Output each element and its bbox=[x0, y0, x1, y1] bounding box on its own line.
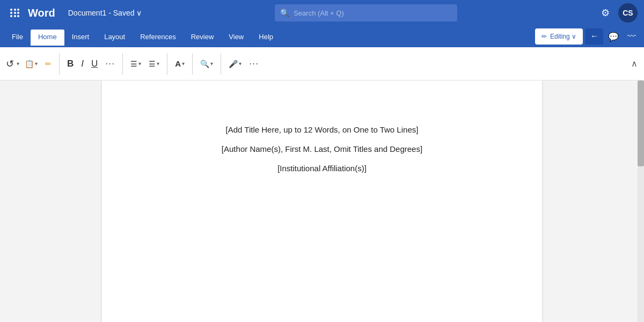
extra-button[interactable]: ··· bbox=[246, 54, 262, 74]
document-line-3[interactable]: [Institutional Affiliation(s)] bbox=[277, 162, 367, 175]
editing-button[interactable]: ✏ Editing ∨ bbox=[535, 28, 583, 45]
align-button[interactable]: ☰ ▾ bbox=[145, 54, 163, 74]
format-painter-icon: ✏ bbox=[45, 60, 52, 68]
share-button[interactable]: ↑ bbox=[585, 28, 603, 45]
more-formatting-button[interactable]: ··· bbox=[102, 54, 118, 74]
bold-icon: B bbox=[67, 58, 74, 69]
search-input[interactable] bbox=[294, 9, 452, 17]
activity-button[interactable]: 〰 bbox=[624, 28, 640, 45]
undo-dropdown-button[interactable]: ▾ bbox=[16, 54, 20, 74]
grid-icon bbox=[10, 9, 20, 17]
clipboard-icon: 📋 bbox=[25, 60, 34, 68]
bullet-list-button[interactable]: ☰ ▾ bbox=[127, 54, 144, 74]
menu-item-file[interactable]: File bbox=[4, 30, 31, 44]
menu-item-references[interactable]: References bbox=[133, 30, 183, 44]
menu-item-view[interactable]: View bbox=[221, 30, 251, 44]
microphone-icon: 🎤 bbox=[229, 60, 238, 68]
underline-button[interactable]: U bbox=[88, 54, 101, 74]
activity-icon: 〰 bbox=[627, 32, 636, 41]
document-area: [Add Title Here, up to 12 Words, on One … bbox=[0, 80, 644, 322]
ribbon-separator-3 bbox=[167, 53, 167, 75]
ribbon-separator-5 bbox=[221, 53, 221, 75]
settings-button[interactable]: ⚙ bbox=[597, 4, 614, 21]
collapse-icon: ∧ bbox=[631, 59, 638, 68]
document-line-1[interactable]: [Add Title Here, up to 12 Words, on One … bbox=[226, 123, 419, 136]
ribbon-end: ∧ bbox=[629, 56, 640, 71]
document-line-2[interactable]: [Author Name(s), First M. Last, Omit Tit… bbox=[222, 143, 422, 156]
find-button[interactable]: 🔍 ▾ bbox=[197, 54, 216, 74]
share-icon: ↑ bbox=[589, 34, 599, 39]
document-title[interactable]: Document1 - Saved ∨ bbox=[68, 9, 142, 17]
undo-button[interactable]: ↺ bbox=[4, 54, 16, 74]
ribbon-separator-4 bbox=[192, 53, 193, 75]
grid-icon-button[interactable] bbox=[6, 4, 24, 21]
underline-icon: U bbox=[91, 58, 98, 69]
menu-item-layout[interactable]: Layout bbox=[97, 30, 133, 44]
search-icon: 🔍 bbox=[280, 9, 289, 17]
find-dropdown-icon: ▾ bbox=[210, 61, 213, 67]
align-dropdown-icon: ▾ bbox=[157, 61, 159, 67]
undo-group: ↺ ▾ bbox=[4, 54, 20, 74]
menu-item-help[interactable]: Help bbox=[251, 30, 281, 44]
format-painter-button[interactable]: ✏ bbox=[42, 54, 55, 74]
menu-right: ✏ Editing ∨ ↑ 💬 〰 bbox=[535, 28, 640, 45]
align-icon: ☰ bbox=[149, 60, 156, 68]
font-color-dropdown-icon: ▾ bbox=[182, 61, 185, 67]
find-icon: 🔍 bbox=[200, 60, 209, 68]
app-name: Word bbox=[28, 7, 55, 19]
scrollbar-thumb[interactable] bbox=[638, 80, 644, 166]
italic-icon: I bbox=[81, 58, 84, 69]
ribbon-separator-2 bbox=[122, 53, 123, 75]
extra-icon: ··· bbox=[249, 58, 259, 69]
menu-item-review[interactable]: Review bbox=[184, 30, 222, 44]
ribbon: ↺ ▾ 📋 ▾ ✏ B I U ··· ☰ ▾ ☰ ▾ bbox=[0, 47, 644, 80]
clipboard-dropdown-icon: ▾ bbox=[35, 61, 38, 67]
dictate-button[interactable]: 🎤 ▾ bbox=[225, 54, 245, 74]
ribbon-collapse-button[interactable]: ∧ bbox=[629, 56, 640, 71]
settings-icon: ⚙ bbox=[601, 7, 610, 19]
search-bar[interactable]: 🔍 bbox=[275, 4, 457, 21]
italic-button[interactable]: I bbox=[78, 54, 87, 74]
ribbon-separator-1 bbox=[59, 53, 60, 75]
menu-bar: File Home Insert Layout References Revie… bbox=[0, 26, 644, 47]
bold-button[interactable]: B bbox=[64, 54, 77, 74]
title-bar-right: ⚙ CS bbox=[597, 3, 638, 23]
avatar[interactable]: CS bbox=[618, 3, 638, 23]
bullet-list-dropdown-icon: ▾ bbox=[138, 61, 141, 67]
scrollbar[interactable] bbox=[638, 80, 644, 322]
menu-item-insert[interactable]: Insert bbox=[64, 30, 97, 44]
pencil-icon: ✏ bbox=[541, 33, 547, 40]
clipboard-button[interactable]: 📋 ▾ bbox=[21, 54, 41, 74]
title-bar: Word Document1 - Saved ∨ 🔍 ⚙ CS bbox=[0, 0, 644, 26]
dictate-dropdown-icon: ▾ bbox=[239, 61, 241, 67]
bullet-list-icon: ☰ bbox=[130, 60, 137, 68]
font-color-icon: A bbox=[175, 59, 181, 68]
menu-item-home[interactable]: Home bbox=[31, 30, 64, 44]
comment-icon: 💬 bbox=[608, 32, 619, 42]
comment-button[interactable]: 💬 bbox=[605, 28, 621, 45]
undo-dropdown-icon: ▾ bbox=[17, 61, 19, 67]
page[interactable]: [Add Title Here, up to 12 Words, on One … bbox=[102, 80, 542, 322]
more-formatting-icon: ··· bbox=[105, 58, 115, 69]
font-color-button[interactable]: A ▾ bbox=[172, 54, 188, 74]
undo-icon: ↺ bbox=[6, 58, 14, 70]
